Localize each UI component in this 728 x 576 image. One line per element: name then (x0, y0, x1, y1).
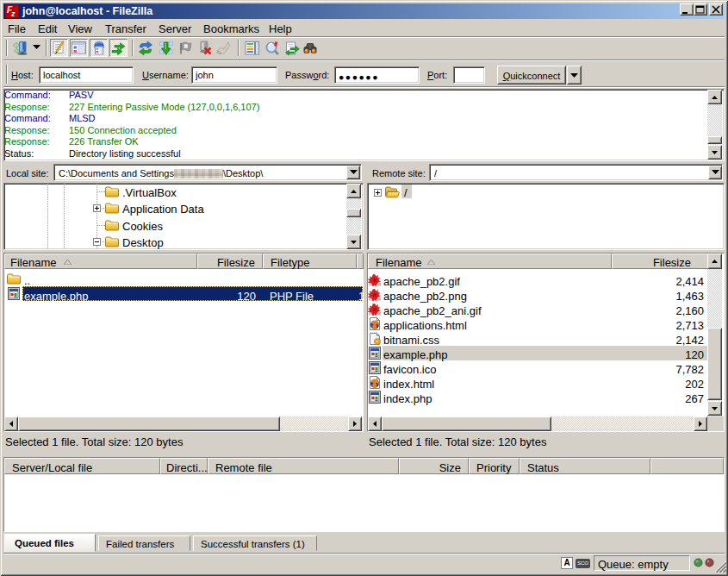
svg-text:z: z (10, 9, 16, 18)
